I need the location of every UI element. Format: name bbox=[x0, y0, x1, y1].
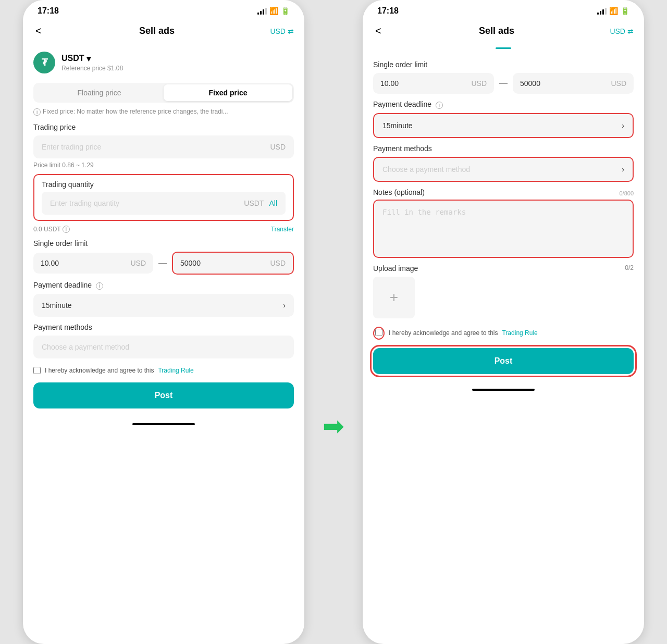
status-icons-left: 📶 🔋 bbox=[257, 7, 290, 15]
trading-rule-link-right[interactable]: Trading Rule bbox=[502, 329, 537, 337]
balance-row: 0.0 USDT i Transfer bbox=[33, 225, 294, 233]
order-min-value: 10.00 bbox=[41, 259, 59, 267]
status-time-left: 17:18 bbox=[38, 6, 59, 16]
dropdown-icon: ▾ bbox=[87, 54, 91, 64]
page-title-left: Sell ads bbox=[139, 26, 175, 36]
signal-icon-right bbox=[597, 7, 607, 15]
trading-quantity-input[interactable] bbox=[50, 199, 244, 207]
page-title-right: Sell ads bbox=[479, 26, 514, 36]
battery-icon-right: 🔋 bbox=[621, 7, 629, 15]
payment-methods-field-right[interactable]: Choose a payment method › bbox=[373, 157, 634, 182]
notes-input[interactable] bbox=[382, 208, 624, 250]
wifi-icon: 📶 bbox=[269, 7, 278, 15]
notes-header: Notes (optional) 0/800 bbox=[373, 188, 634, 196]
post-button-right[interactable]: Post bbox=[373, 348, 634, 374]
dash-right: — bbox=[499, 79, 508, 88]
order-max-value: 50000 bbox=[180, 259, 201, 267]
plus-icon: + bbox=[390, 289, 398, 306]
payment-deadline-value-right: 15minute bbox=[382, 121, 413, 130]
payment-deadline-label-left: Payment deadline i bbox=[33, 281, 294, 290]
order-min-field[interactable]: 10.00 USD bbox=[33, 253, 153, 274]
agree-checkbox-left[interactable] bbox=[33, 367, 41, 374]
trading-price-unit: USD bbox=[270, 143, 286, 151]
signal-icon bbox=[257, 7, 267, 15]
payment-methods-label-left: Payment methods bbox=[33, 323, 294, 331]
floating-price-tab[interactable]: Floating price bbox=[35, 84, 164, 101]
chevron-payment-methods: › bbox=[622, 165, 624, 174]
chevron-right-icon-deadline-right: › bbox=[622, 121, 624, 130]
order-min-value-right: 10.00 bbox=[380, 79, 399, 88]
order-max-unit-right: USD bbox=[611, 79, 626, 88]
agree-checkbox-right[interactable] bbox=[375, 329, 382, 336]
exchange-icon-right: ⇄ bbox=[627, 27, 634, 35]
chevron-right-icon-deadline: › bbox=[283, 301, 286, 309]
right-phone-screen: 17:18 📶 🔋 < Sell ads USD ⇄ bbox=[363, 0, 644, 644]
post-button-left[interactable]: Post bbox=[33, 382, 294, 408]
upload-count: 0/2 bbox=[625, 264, 634, 273]
deadline-info-icon-right: i bbox=[436, 102, 443, 109]
usdt-header: ₮ USDT ▾ Reference price $1.08 bbox=[33, 45, 294, 78]
trading-quantity-field[interactable]: USDT All bbox=[42, 192, 286, 215]
back-button-left[interactable]: < bbox=[33, 23, 44, 39]
agree-text-right: I hereby acknowledge and agree to this bbox=[389, 329, 498, 337]
upload-label-row: Upload image 0/2 bbox=[373, 264, 634, 273]
trading-price-label: Trading price bbox=[33, 123, 294, 131]
transfer-link[interactable]: Transfer bbox=[271, 226, 294, 233]
home-indicator-left bbox=[132, 423, 195, 425]
order-limit-row-left: 10.00 USD — 50000 USD bbox=[33, 252, 294, 275]
trading-quantity-label: Trading quantity bbox=[42, 180, 286, 189]
payment-methods-field-left[interactable]: Choose a payment method bbox=[33, 336, 294, 358]
all-button[interactable]: All bbox=[269, 199, 277, 207]
trading-price-input[interactable] bbox=[42, 143, 270, 151]
notes-label: Notes (optional) bbox=[373, 188, 425, 196]
status-time-right: 17:18 bbox=[377, 6, 399, 16]
status-bar-left: 17:18 📶 🔋 bbox=[23, 0, 304, 19]
battery-icon: 🔋 bbox=[281, 7, 290, 15]
left-phone: 17:18 📶 🔋 < Sell ads USD ⇄ bbox=[23, 0, 304, 644]
green-arrow-icon: ➡ bbox=[323, 411, 344, 441]
checkbox-row-right: I hereby acknowledge and agree to this T… bbox=[373, 327, 634, 340]
scroll-indicator bbox=[373, 45, 634, 54]
header-right: < Sell ads USD ⇄ bbox=[363, 19, 644, 45]
payment-methods-placeholder-right: Choose a payment method bbox=[382, 165, 470, 174]
exchange-icon: ⇄ bbox=[288, 27, 294, 35]
single-order-label-right: Single order limit bbox=[373, 60, 634, 69]
order-limit-row-right: 10.00 USD — 50000 USD bbox=[373, 73, 634, 94]
upload-box[interactable]: + bbox=[373, 277, 415, 318]
payment-deadline-dropdown-right[interactable]: 15minute › bbox=[373, 113, 634, 138]
order-max-value-right: 50000 bbox=[520, 79, 540, 88]
payment-deadline-dropdown-left[interactable]: 15minute › bbox=[33, 294, 294, 317]
payment-methods-label-right: Payment methods bbox=[373, 144, 634, 153]
trading-rule-link-left[interactable]: Trading Rule bbox=[158, 367, 193, 374]
price-info-text: i Fixed price: No matter how the referen… bbox=[33, 108, 294, 116]
upload-label: Upload image bbox=[373, 264, 418, 273]
content-right: Single order limit 10.00 USD — 50000 USD… bbox=[363, 45, 644, 385]
order-max-field-right[interactable]: 50000 USD bbox=[513, 73, 634, 94]
currency-selector-left[interactable]: USD ⇄ bbox=[270, 27, 294, 35]
trading-price-field[interactable]: USD bbox=[33, 135, 294, 158]
notes-field[interactable] bbox=[373, 200, 634, 258]
currency-selector-right[interactable]: USD ⇄ bbox=[610, 27, 634, 35]
green-arrow-container: ➡ bbox=[313, 208, 354, 644]
home-indicator-right bbox=[472, 389, 535, 391]
status-icons-right: 📶 🔋 bbox=[597, 7, 629, 15]
single-order-label-left: Single order limit bbox=[33, 239, 294, 247]
notes-count: 0/800 bbox=[619, 190, 634, 196]
agree-text-left: I hereby acknowledge and agree to this bbox=[45, 367, 154, 374]
payment-deadline-value-left: 15minute bbox=[42, 301, 72, 309]
back-button-right[interactable]: < bbox=[373, 23, 384, 39]
header-left: < Sell ads USD ⇄ bbox=[23, 19, 304, 45]
reference-price: Reference price $1.08 bbox=[61, 65, 123, 72]
price-toggle: Floating price Fixed price bbox=[33, 83, 294, 103]
fixed-price-tab[interactable]: Fixed price bbox=[164, 84, 292, 101]
order-max-field[interactable]: 50000 USD bbox=[172, 252, 294, 275]
deadline-info-icon: i bbox=[96, 282, 103, 290]
order-max-unit: USD bbox=[270, 259, 286, 267]
status-bar-right: 17:18 📶 🔋 bbox=[363, 0, 644, 19]
checkbox-circle-highlight bbox=[373, 327, 385, 340]
left-phone-screen: 17:18 📶 🔋 < Sell ads USD ⇄ bbox=[23, 0, 304, 644]
usdt-name[interactable]: USDT ▾ bbox=[61, 54, 123, 64]
content-left: ₮ USDT ▾ Reference price $1.08 Floating … bbox=[23, 45, 304, 419]
order-min-field-right[interactable]: 10.00 USD bbox=[373, 73, 494, 94]
upload-section: Upload image 0/2 + bbox=[373, 264, 634, 318]
